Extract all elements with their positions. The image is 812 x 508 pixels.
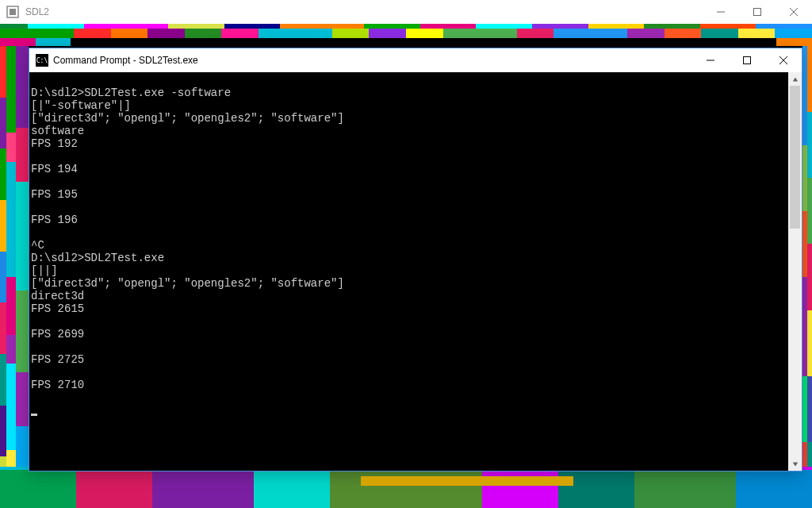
color-row-top-3	[0, 38, 812, 46]
command-prompt-title: Command Prompt - SDL2Test.exe	[53, 55, 692, 66]
minimize-button[interactable]	[703, 0, 739, 24]
command-prompt-icon: C:\	[36, 54, 48, 67]
cursor	[31, 414, 37, 416]
scroll-thumb[interactable]	[790, 86, 800, 229]
command-prompt-window: C:\ Command Prompt - SDL2Test.exe D:\sdl…	[29, 48, 802, 471]
close-button[interactable]	[776, 0, 812, 24]
color-col-left	[0, 46, 29, 508]
cmd-minimize-button[interactable]	[692, 48, 729, 72]
gold-accent-bar	[361, 476, 573, 486]
color-row-top-2	[0, 29, 812, 38]
sdl2-title: SDL2	[25, 6, 703, 17]
command-prompt-titlebar[interactable]: C:\ Command Prompt - SDL2Test.exe	[29, 48, 802, 72]
command-prompt-controls	[692, 48, 802, 72]
svg-marker-11	[792, 462, 797, 466]
sdl2-titlebar[interactable]: SDL2	[0, 0, 812, 24]
command-prompt-output[interactable]: D:\sdl2>SDL2Test.exe -software [|"-softw…	[29, 72, 788, 471]
svg-rect-1	[10, 9, 16, 15]
scroll-up-icon[interactable]	[788, 72, 802, 86]
cmd-scrollbar[interactable]	[788, 72, 802, 471]
cmd-maximize-button[interactable]	[729, 48, 765, 72]
cmd-close-button[interactable]	[765, 48, 802, 72]
color-col-right	[802, 46, 812, 508]
svg-rect-7	[744, 57, 751, 64]
maximize-button[interactable]	[739, 0, 776, 24]
command-prompt-body[interactable]: D:\sdl2>SDL2Test.exe -software [|"-softw…	[29, 72, 802, 471]
sdl2-app-icon	[6, 6, 19, 18]
svg-rect-3	[754, 9, 761, 16]
sdl2-window-controls	[703, 0, 812, 24]
scroll-down-icon[interactable]	[788, 457, 802, 471]
svg-marker-10	[792, 77, 797, 81]
